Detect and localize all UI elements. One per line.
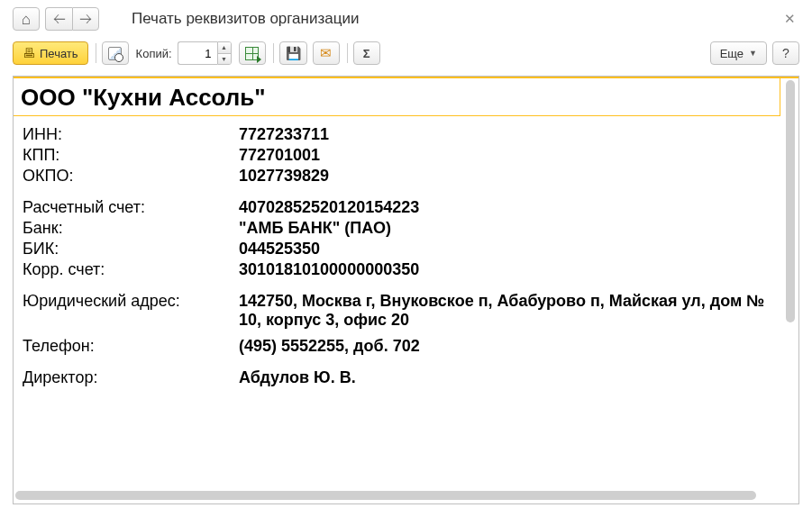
label-kpp: КПП: (23, 146, 239, 165)
label-dir: Директор: (23, 368, 239, 387)
v-scroll-thumb[interactable] (786, 80, 795, 322)
close-icon: ✕ (784, 11, 796, 26)
row-addr: Юридический адрес: 142750, Москва г, Вну… (23, 292, 771, 330)
home-icon (22, 12, 31, 27)
title-bar: Печать реквизитов организации ✕ (0, 0, 812, 38)
separator (347, 43, 348, 63)
row-corr: Корр. счет: 30101810100000000350 (23, 260, 771, 279)
label-phone: Телефон: (23, 337, 239, 356)
forward-button[interactable] (72, 7, 99, 31)
export-table-button[interactable] (239, 41, 266, 65)
value-bik: 044525350 (239, 240, 771, 258)
row-kpp: КПП: 772701001 (23, 146, 771, 165)
row-bik: БИК: 044525350 (23, 240, 771, 258)
sigma-icon (363, 47, 370, 60)
block-ids: ИНН: 7727233711 КПП: 772701001 ОКПО: 102… (23, 125, 771, 186)
label-bank: Банк: (23, 219, 239, 238)
printer-icon (23, 46, 35, 60)
copies-label: Копий: (136, 47, 172, 60)
preview-button[interactable] (102, 41, 129, 65)
more-button-label: Еще (720, 47, 744, 60)
value-addr: 142750, Москва г, Внуковское п, Абабуров… (239, 292, 771, 330)
label-acct: Расчетный счет: (23, 198, 239, 217)
copies-input[interactable] (178, 41, 217, 65)
row-okpo: ОКПО: 1027739829 (23, 167, 771, 186)
row-dir: Директор: Абдулов Ю. В. (23, 368, 771, 387)
value-dir: Абдулов Ю. В. (239, 368, 771, 387)
copies-spinner[interactable]: ▲ ▼ (178, 41, 232, 65)
copies-down[interactable]: ▼ (218, 54, 231, 65)
mail-icon (320, 45, 332, 61)
help-icon (782, 46, 789, 60)
save-icon (286, 46, 301, 60)
label-bik: БИК: (23, 240, 239, 258)
save-button[interactable] (279, 41, 307, 65)
block-director: Директор: Абдулов Ю. В. (23, 368, 771, 387)
row-acct: Расчетный счет: 40702852520120154223 (23, 198, 771, 217)
arrow-left-icon (53, 12, 66, 26)
value-phone: (495) 5552255, доб. 702 (239, 337, 771, 356)
print-button[interactable]: Печать (13, 41, 88, 65)
print-button-label: Печать (40, 47, 78, 60)
label-addr: Юридический адрес: (23, 292, 239, 330)
document-area: ООО "Кухни Ассоль" ИНН: 7727233711 КПП: … (13, 76, 799, 504)
value-corr: 30101810100000000350 (239, 260, 771, 279)
value-acct: 40702852520120154223 (239, 198, 771, 217)
value-kpp: 772701001 (239, 146, 771, 165)
separator (96, 43, 96, 63)
value-inn: 7727233711 (239, 125, 771, 144)
arrow-right-icon (79, 12, 92, 26)
label-inn: ИНН: (23, 125, 239, 144)
toolbar: Печать Копий: ▲ ▼ (13, 38, 799, 68)
label-okpo: ОКПО: (23, 167, 239, 186)
value-okpo: 1027739829 (239, 167, 771, 186)
horizontal-scrollbar[interactable] (15, 489, 779, 502)
back-button[interactable] (45, 7, 72, 31)
row-bank: Банк: "АМБ БАНК" (ПАО) (23, 219, 771, 238)
org-name: ООО "Кухни Ассоль" (14, 78, 780, 116)
vertical-scrollbar[interactable] (784, 80, 797, 484)
row-phone: Телефон: (495) 5552255, доб. 702 (23, 337, 771, 356)
help-button[interactable] (772, 41, 799, 65)
preview-icon (108, 47, 122, 60)
h-scroll-thumb[interactable] (15, 491, 756, 500)
block-contacts: Юридический адрес: 142750, Москва г, Вну… (23, 292, 771, 356)
label-corr: Корр. счет: (23, 260, 239, 279)
block-bank: Расчетный счет: 40702852520120154223 Бан… (23, 198, 771, 279)
table-export-icon (245, 47, 259, 60)
mail-button[interactable] (313, 41, 340, 65)
chevron-down-icon: ▼ (749, 49, 757, 58)
row-inn: ИНН: 7727233711 (23, 125, 771, 144)
close-button[interactable]: ✕ (780, 11, 799, 27)
window-title: Печать реквизитов организации (132, 10, 780, 28)
copies-up[interactable]: ▲ (218, 42, 231, 54)
sum-button[interactable] (353, 41, 380, 65)
separator (273, 43, 274, 63)
more-button[interactable]: Еще ▼ (710, 41, 767, 65)
nav-group (45, 7, 99, 31)
document-content: ООО "Кухни Ассоль" ИНН: 7727233711 КПП: … (14, 78, 780, 485)
value-bank: "АМБ БАНК" (ПАО) (239, 219, 771, 238)
home-button[interactable] (13, 7, 40, 31)
